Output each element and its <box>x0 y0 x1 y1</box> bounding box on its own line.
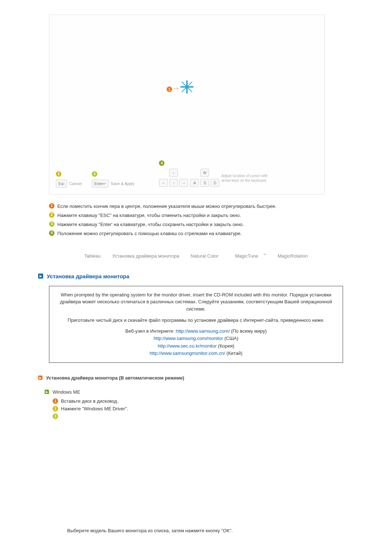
arrow-keys-icon: ↑ ← ↓ → <box>159 169 188 188</box>
link-samsung-cn[interactable]: http://www.samsungmonitor.com.cn/ <box>150 350 225 356</box>
sub-heading-auto: ▶ Установка драйвера монитора (В автомат… <box>38 375 354 381</box>
step-text: Вставьте диск в дисковод. <box>61 398 118 404</box>
callout-badge-3: 3 <box>92 171 97 177</box>
os-name: Windows ME <box>53 389 80 395</box>
callout-list: 1 Если поместить кончик пера в центре, п… <box>49 203 325 237</box>
list-item: 2 Нажмите клавишу "ESC" на клавиатуре, ч… <box>49 212 325 219</box>
link-samsung-world[interactable]: http://www.samsung.com/ <box>176 328 230 334</box>
step-2-icon: 2 <box>53 406 58 411</box>
tab-magictune[interactable]: MagicTune™ <box>230 253 266 259</box>
driver-info-box: When prompted by the operating system fo… <box>49 286 343 363</box>
sub-heading-text: Установка драйвера монитора (В автоматич… <box>46 375 184 381</box>
bullet-2-icon: 2 <box>49 212 54 218</box>
section-bullet-icon: ▶ <box>38 274 43 279</box>
callout-badge-1: 1→ <box>167 83 181 93</box>
os-heading: ▶ Windows ME <box>45 389 354 395</box>
web-label: Веб-узел в Интернете : <box>125 328 176 334</box>
callout-text: Нажмите клавишу "Enter' на клавиатуре, ч… <box>57 221 325 228</box>
list-item: 2 Нажмите "Windows ME Driver". <box>53 406 354 411</box>
calibration-canvas: 1→ <box>56 22 318 153</box>
arrow-hint-text: Adjust location of cursor with arrow key… <box>221 173 276 183</box>
enter-keycap: Enter↵ <box>92 180 109 188</box>
esc-group: 2 Esc Cancel <box>56 171 82 188</box>
tab-natural-color[interactable]: Natural Color <box>191 253 219 259</box>
callout-badge-4: 4 <box>159 160 164 166</box>
step-1-icon: 1 <box>53 398 58 404</box>
list-item: 3 <box>53 414 354 419</box>
bullet-3-icon: 3 <box>49 221 54 227</box>
link-suffix: (Корея) <box>217 343 234 349</box>
cancel-label: Cancel <box>69 181 82 186</box>
enter-group: 3 Enter↵ Save & Apply <box>92 171 134 188</box>
step-text: Нажмите "Windows ME Driver". <box>61 406 128 411</box>
link-suffix: (Китай) <box>225 350 242 356</box>
install-steps: 1 Вставьте диск в дисковод. 2 Нажмите "W… <box>53 398 354 419</box>
callout-text: Нажмите клавишу "ESC" на клавиатуре, что… <box>57 212 325 219</box>
section-title: Установка драйвера монитора <box>47 273 129 279</box>
link-sec-kr[interactable]: http://www.sec.co.kr/monitor <box>158 343 217 349</box>
nav-tabs: Tableau Установка драйвера монитора Natu… <box>38 253 354 258</box>
link-suffix: (По всему миру) <box>230 328 267 334</box>
list-item: 1 Вставьте диск в дисковод. <box>53 398 354 404</box>
esc-keycap: Esc <box>56 180 67 188</box>
tab-driver-install[interactable]: Установка драйвера монитора <box>112 253 179 259</box>
arrow-keys-group: 4 ↑ ← ↓ → W A S D Adjust location of cur… <box>159 160 276 188</box>
calibration-figure: 1→ 2 Esc Cancel 3 Enter↵ Save & Apply <box>49 15 325 194</box>
crosshair-icon <box>180 81 193 94</box>
list-item: 1 Если поместить кончик пера в центре, п… <box>49 203 325 210</box>
tab-magicrotation[interactable]: MagicRotation <box>278 253 308 259</box>
step-3-icon: 3 <box>53 414 58 419</box>
bullet-1-icon: 1 <box>49 203 54 209</box>
driver-links: Веб-узел в Интернете :http://www.samsung… <box>57 328 335 357</box>
bullet-4-icon: 4 <box>49 230 54 236</box>
calibration-controls-row: 2 Esc Cancel 3 Enter↵ Save & Apply 4 ↑ <box>56 160 318 188</box>
link-samsung-monitor[interactable]: http://www.samsung.com/monitor <box>154 336 223 341</box>
tab-tableau[interactable]: Tableau <box>84 253 101 259</box>
driver-paragraph-2: Приготовьте чистый диск и скачайте файл … <box>57 317 335 324</box>
driver-paragraph-1: When prompted by the operating system fo… <box>57 291 335 313</box>
save-apply-label: Save & Apply <box>111 181 134 186</box>
callout-text: Если поместить кончик пера в центре, пол… <box>57 203 325 210</box>
callout-badge-2: 2 <box>56 171 61 177</box>
list-item: 4 Положение можно отрегулировать с помощ… <box>49 230 325 237</box>
callout-text: Положение можно отрегулировать с помощью… <box>57 230 325 237</box>
green-bullet-icon: ▶ <box>45 390 49 394</box>
list-item: 3 Нажмите клавишу "Enter' на клавиатуре,… <box>49 221 325 228</box>
link-suffix: (США) <box>223 336 238 341</box>
target-crosshair-group: 1→ <box>180 81 193 95</box>
orange-bullet-icon: ▶ <box>38 376 42 380</box>
bottom-note: Выберите модель Вашего монитора из списк… <box>67 528 354 533</box>
section-heading: ▶ Установка драйвера монитора <box>38 273 354 279</box>
wasd-keys-icon: W A S D <box>190 169 219 188</box>
